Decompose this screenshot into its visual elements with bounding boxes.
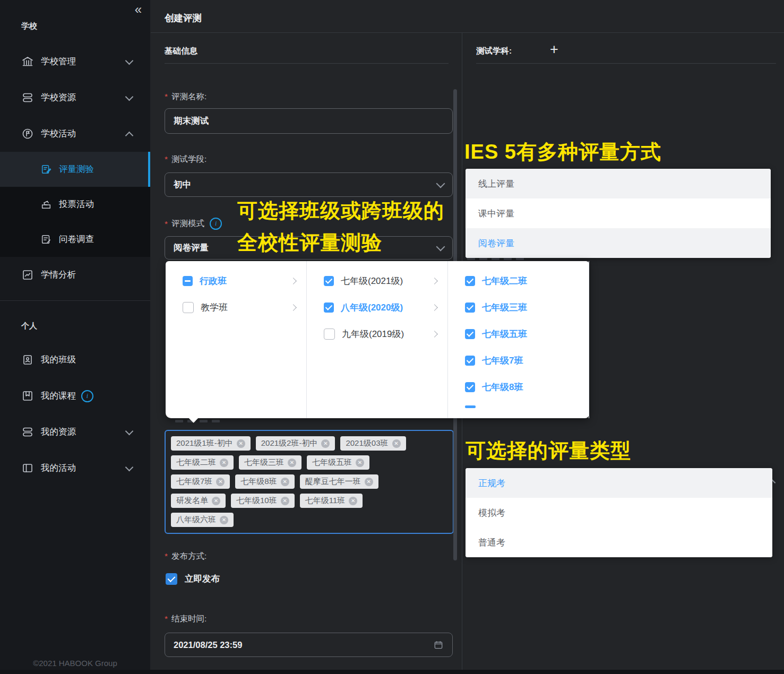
tag-remove-icon[interactable]: ✕ [220, 459, 228, 467]
checkbox-checked-icon[interactable] [465, 329, 475, 339]
class-tags-select[interactable]: 2021级1班-初中✕2021级2班-初中✕2021级03班✕七年级二班✕七年级… [165, 430, 454, 534]
flag-circle-icon [21, 127, 34, 140]
class-tag: 七年级五班✕ [307, 455, 369, 470]
tag-remove-icon[interactable]: ✕ [237, 439, 245, 448]
cascader-option[interactable]: 教学班 [166, 294, 306, 321]
checkbox-checked-icon[interactable] [465, 276, 475, 286]
checkbox-checked-icon[interactable] [465, 382, 475, 392]
annotation-classes-line2: 全校性评量测验 [237, 229, 382, 256]
tag-remove-icon[interactable]: ✕ [365, 478, 373, 486]
class-tag: 2021级03班✕ [340, 436, 406, 451]
cascader-option[interactable]: 七年级五班 [448, 321, 589, 347]
sidebar-menu: 学校学校管理学校资源学校活动评量测验投票活动问卷调查学情分析个人我的班级我的课程… [0, 21, 150, 486]
sidebar-item-school-activities[interactable]: 学校活动 [0, 116, 150, 152]
end-time-input[interactable]: 2021/08/25 23:59 [165, 633, 453, 657]
publish-now-row: 立即发布 [166, 573, 220, 585]
sidebar-subitem-voting-activity[interactable]: 投票活动 [0, 187, 150, 222]
tag-remove-icon[interactable]: ✕ [281, 478, 289, 486]
sidebar-item-school-resources[interactable]: 学校资源 [0, 80, 150, 116]
cascader-column-3: 七年级二班七年级三班七年级五班七年级7班七年级8班 [448, 261, 589, 418]
class-tag: 七年级7班✕ [171, 474, 230, 489]
chevron-right-icon [431, 331, 438, 338]
cascader-option[interactable]: 七年级三班 [448, 294, 589, 321]
cascader-option[interactable]: 七年级(2021级) [307, 267, 447, 294]
cascader-option[interactable]: 七年级7班 [448, 347, 589, 374]
tag-remove-icon[interactable]: ✕ [392, 439, 401, 448]
subject-divider [476, 63, 776, 64]
class-tag: 2021级1班-初中✕ [171, 436, 251, 451]
tag-remove-icon[interactable]: ✕ [212, 497, 220, 505]
cascader-option-label: 七年级8班 [482, 381, 523, 393]
option-正规考[interactable]: 正规考 [466, 468, 772, 498]
checkbox-checked-icon[interactable] [465, 303, 475, 313]
option-模拟考[interactable]: 模拟考 [466, 498, 772, 528]
sidebar-item-my-resources[interactable]: 我的资源 [0, 414, 150, 450]
badge-person-icon [21, 353, 34, 366]
option-线上评量[interactable]: 线上评量 [466, 169, 771, 198]
cascader-option[interactable]: 七年级二班 [448, 267, 589, 294]
option-课中评量[interactable]: 课中评量 [466, 198, 771, 228]
checkbox-checked-icon[interactable] [324, 303, 334, 313]
class-tag-label: 2021级2班-初中 [261, 438, 318, 448]
sidebar-collapse-icon[interactable]: « [135, 2, 142, 17]
class-tag: 研发名单✕ [171, 494, 226, 508]
cascader-option[interactable]: 八年级(2020级) [307, 294, 447, 321]
cascader-option[interactable]: 行政班 [166, 267, 306, 294]
required-mark: * [165, 92, 168, 101]
class-tag-label: 2021级03班 [346, 438, 388, 448]
stacked-books-icon [21, 426, 34, 438]
class-tag-label: 八年级六班 [176, 515, 216, 525]
tag-remove-icon[interactable]: ✕ [356, 459, 364, 467]
checkbox-unchecked-icon[interactable] [183, 302, 194, 313]
cascader-option-label: 九年级(2019级) [342, 328, 404, 340]
chevron-right-icon [431, 278, 438, 284]
tag-remove-icon[interactable]: ✕ [349, 497, 357, 505]
info-icon[interactable]: i [81, 390, 93, 402]
cascader-column-2: 七年级(2021级)八年级(2020级)九年级(2019级) [307, 261, 448, 418]
add-subject-button[interactable]: + [550, 41, 558, 58]
name-input[interactable]: 期末测试 [165, 108, 453, 134]
tag-remove-icon[interactable]: ✕ [220, 516, 228, 524]
chevron-up-icon [125, 131, 134, 140]
option-普通考[interactable]: 普通考 [466, 528, 772, 557]
sidebar-subitem-assessment-test[interactable]: 评量测验 [0, 152, 150, 187]
cascader-option-label: 七年级三班 [482, 301, 527, 314]
checkbox-checked-icon[interactable] [324, 276, 334, 286]
cascader-option[interactable]: 九年级(2019级) [307, 321, 447, 347]
sidebar-subitem-questionnaire-survey[interactable]: 问卷调查 [0, 222, 150, 257]
cascader-option-label: 行政班 [200, 275, 227, 287]
tag-remove-icon[interactable]: ✕ [216, 478, 225, 486]
option-阅卷评量[interactable]: 阅卷评量 [466, 228, 771, 258]
chevron-down-icon [125, 427, 134, 435]
checkbox-indeterminate-icon[interactable] [183, 276, 193, 286]
stage-select[interactable]: 初中 [165, 172, 453, 197]
checkbox-checked-icon[interactable] [166, 573, 177, 585]
checkbox-checked-icon[interactable] [465, 356, 475, 366]
sidebar-item-my-activities[interactable]: 我的活动 [0, 450, 150, 486]
annotation-classes-line1: 可选择班级或跨班级的 [237, 197, 444, 224]
cascader-option[interactable]: 七年级8班 [448, 374, 589, 400]
sidebar-item-my-classes[interactable]: 我的班级 [0, 342, 150, 378]
checkbox-unchecked-icon[interactable] [324, 329, 335, 340]
tag-remove-icon[interactable]: ✕ [281, 497, 289, 505]
class-tag: 醍摩豆七年一班✕ [300, 474, 378, 489]
sidebar-item-my-courses[interactable]: 我的课程i [0, 378, 150, 414]
cascader-option-label: 八年级(2020级) [341, 301, 403, 314]
class-tag: 七年级8班✕ [235, 474, 294, 489]
tag-remove-icon[interactable]: ✕ [321, 439, 330, 448]
sidebar-item-label: 学校资源 [41, 92, 76, 103]
cascader-option-label: 七年级五班 [482, 328, 527, 340]
sidebar-item-school-management[interactable]: 学校管理 [0, 44, 150, 80]
annotation-modes: IES 5有多种评量方式 [464, 139, 661, 166]
class-tag-label: 七年级11班 [305, 496, 346, 506]
class-tag: 2021级2班-初中✕ [256, 436, 335, 451]
sidebar-item-learning-analysis[interactable]: 学情分析 [0, 257, 150, 293]
sidebar-item-label: 学情分析 [41, 269, 76, 281]
required-mark: * [165, 219, 168, 229]
calendar-icon[interactable] [433, 640, 444, 650]
chart-box-icon [21, 269, 34, 281]
tag-remove-icon[interactable]: ✕ [288, 459, 296, 467]
sidebar-section-label: 学校 [21, 21, 150, 33]
sidebar-item-label: 学校管理 [41, 56, 76, 67]
info-icon[interactable]: i [210, 218, 222, 230]
